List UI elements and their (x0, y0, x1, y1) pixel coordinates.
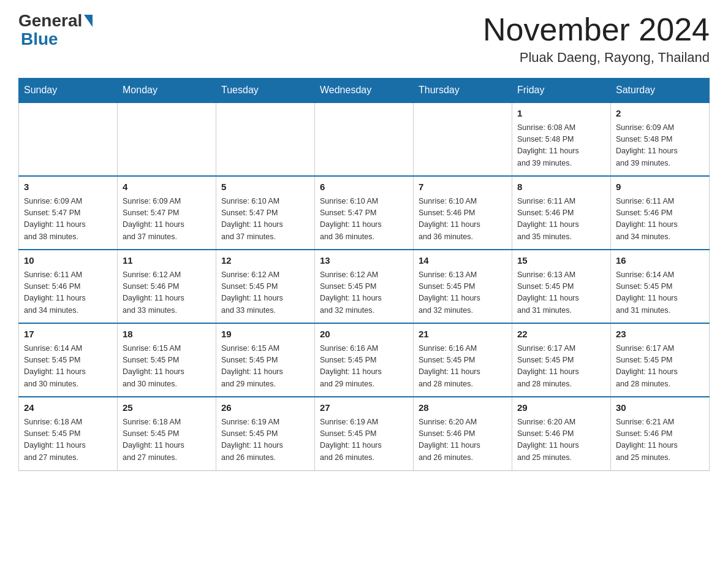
day-info: Sunrise: 6:18 AMSunset: 5:45 PMDaylight:… (123, 416, 211, 464)
day-info: Sunrise: 6:13 AMSunset: 5:45 PMDaylight:… (419, 269, 507, 317)
day-info: Sunrise: 6:15 AMSunset: 5:45 PMDaylight:… (221, 343, 309, 391)
calendar-cell (315, 102, 414, 176)
calendar-cell: 9Sunrise: 6:11 AMSunset: 5:46 PMDaylight… (611, 176, 710, 250)
day-number: 25 (123, 401, 211, 415)
day-info: Sunrise: 6:11 AMSunset: 5:46 PMDaylight:… (517, 196, 605, 243)
calendar-cell: 13Sunrise: 6:12 AMSunset: 5:45 PMDayligh… (315, 250, 414, 323)
calendar-cell: 12Sunrise: 6:12 AMSunset: 5:45 PMDayligh… (216, 250, 315, 323)
day-info: Sunrise: 6:18 AMSunset: 5:45 PMDaylight:… (24, 416, 112, 464)
calendar-cell: 21Sunrise: 6:16 AMSunset: 5:45 PMDayligh… (414, 323, 512, 397)
weekday-header-thursday: Thursday (414, 79, 512, 103)
calendar-cell: 18Sunrise: 6:15 AMSunset: 5:45 PMDayligh… (118, 323, 216, 397)
day-info: Sunrise: 6:12 AMSunset: 5:45 PMDaylight:… (320, 269, 408, 317)
calendar-cell: 20Sunrise: 6:16 AMSunset: 5:45 PMDayligh… (315, 323, 414, 397)
calendar-cell: 2Sunrise: 6:09 AMSunset: 5:48 PMDaylight… (611, 102, 710, 176)
calendar-cell: 4Sunrise: 6:09 AMSunset: 5:47 PMDaylight… (118, 176, 216, 250)
day-info: Sunrise: 6:20 AMSunset: 5:46 PMDaylight:… (419, 416, 507, 464)
day-info: Sunrise: 6:10 AMSunset: 5:46 PMDaylight:… (419, 196, 507, 243)
title-area: November 2024 Pluak Daeng, Rayong, Thail… (483, 12, 710, 66)
calendar-cell: 19Sunrise: 6:15 AMSunset: 5:45 PMDayligh… (216, 323, 315, 397)
day-number: 1 (517, 107, 605, 121)
day-number: 17 (24, 327, 112, 342)
day-info: Sunrise: 6:11 AMSunset: 5:46 PMDaylight:… (616, 196, 704, 243)
calendar-week-row: 24Sunrise: 6:18 AMSunset: 5:45 PMDayligh… (19, 397, 710, 470)
day-info: Sunrise: 6:20 AMSunset: 5:46 PMDaylight:… (517, 416, 605, 464)
calendar-week-row: 17Sunrise: 6:14 AMSunset: 5:45 PMDayligh… (19, 323, 710, 397)
calendar-cell: 17Sunrise: 6:14 AMSunset: 5:45 PMDayligh… (19, 323, 118, 397)
calendar-cell: 26Sunrise: 6:19 AMSunset: 5:45 PMDayligh… (216, 397, 315, 470)
calendar-cell: 16Sunrise: 6:14 AMSunset: 5:45 PMDayligh… (611, 250, 710, 323)
weekday-header-monday: Monday (118, 79, 216, 103)
weekday-header-tuesday: Tuesday (216, 79, 315, 103)
day-number: 24 (24, 401, 112, 415)
day-number: 10 (24, 254, 112, 268)
weekday-header-friday: Friday (512, 79, 611, 103)
calendar-cell: 3Sunrise: 6:09 AMSunset: 5:47 PMDaylight… (19, 176, 118, 250)
day-number: 5 (221, 180, 309, 194)
calendar-cell: 15Sunrise: 6:13 AMSunset: 5:45 PMDayligh… (512, 250, 611, 323)
calendar-cell: 25Sunrise: 6:18 AMSunset: 5:45 PMDayligh… (118, 397, 216, 470)
day-number: 30 (616, 401, 704, 415)
day-number: 13 (320, 254, 408, 268)
calendar-week-row: 10Sunrise: 6:11 AMSunset: 5:46 PMDayligh… (19, 250, 710, 323)
calendar-cell: 22Sunrise: 6:17 AMSunset: 5:45 PMDayligh… (512, 323, 611, 397)
calendar-week-row: 1Sunrise: 6:08 AMSunset: 5:48 PMDaylight… (19, 102, 710, 176)
day-number: 21 (419, 327, 507, 342)
calendar-cell (414, 102, 512, 176)
day-number: 6 (320, 180, 408, 194)
calendar-cell: 29Sunrise: 6:20 AMSunset: 5:46 PMDayligh… (512, 397, 611, 470)
calendar-cell: 30Sunrise: 6:21 AMSunset: 5:46 PMDayligh… (611, 397, 710, 470)
calendar-cell: 6Sunrise: 6:10 AMSunset: 5:47 PMDaylight… (315, 176, 414, 250)
day-info: Sunrise: 6:12 AMSunset: 5:45 PMDaylight:… (221, 269, 309, 317)
calendar-cell: 11Sunrise: 6:12 AMSunset: 5:46 PMDayligh… (118, 250, 216, 323)
calendar-week-row: 3Sunrise: 6:09 AMSunset: 5:47 PMDaylight… (19, 176, 710, 250)
day-number: 27 (320, 401, 408, 415)
weekday-header-wednesday: Wednesday (315, 79, 414, 103)
day-number: 28 (419, 401, 507, 415)
day-number: 16 (616, 254, 704, 268)
weekday-header-sunday: Sunday (19, 79, 118, 103)
day-info: Sunrise: 6:12 AMSunset: 5:46 PMDaylight:… (123, 269, 211, 317)
day-info: Sunrise: 6:09 AMSunset: 5:47 PMDaylight:… (123, 196, 211, 243)
day-number: 20 (320, 327, 408, 342)
day-number: 18 (123, 327, 211, 342)
calendar-cell: 27Sunrise: 6:19 AMSunset: 5:45 PMDayligh… (315, 397, 414, 470)
weekday-header-row: SundayMondayTuesdayWednesdayThursdayFrid… (19, 79, 710, 103)
day-number: 23 (616, 327, 704, 342)
day-number: 12 (221, 254, 309, 268)
day-info: Sunrise: 6:17 AMSunset: 5:45 PMDaylight:… (616, 343, 704, 391)
calendar-cell: 8Sunrise: 6:11 AMSunset: 5:46 PMDaylight… (512, 176, 611, 250)
calendar-cell: 5Sunrise: 6:10 AMSunset: 5:47 PMDaylight… (216, 176, 315, 250)
calendar-cell (118, 102, 216, 176)
calendar-cell: 14Sunrise: 6:13 AMSunset: 5:45 PMDayligh… (414, 250, 512, 323)
day-number: 19 (221, 327, 309, 342)
calendar-cell: 1Sunrise: 6:08 AMSunset: 5:48 PMDaylight… (512, 102, 611, 176)
day-info: Sunrise: 6:09 AMSunset: 5:48 PMDaylight:… (616, 122, 704, 170)
day-number: 3 (24, 180, 112, 194)
day-number: 8 (517, 180, 605, 194)
day-info: Sunrise: 6:13 AMSunset: 5:45 PMDaylight:… (517, 269, 605, 317)
day-number: 26 (221, 401, 309, 415)
day-number: 7 (419, 180, 507, 194)
day-number: 15 (517, 254, 605, 268)
day-info: Sunrise: 6:19 AMSunset: 5:45 PMDaylight:… (320, 416, 408, 464)
day-info: Sunrise: 6:14 AMSunset: 5:45 PMDaylight:… (616, 269, 704, 317)
day-info: Sunrise: 6:14 AMSunset: 5:45 PMDaylight:… (24, 343, 112, 391)
day-info: Sunrise: 6:15 AMSunset: 5:45 PMDaylight:… (123, 343, 211, 391)
month-title: November 2024 (483, 12, 710, 47)
calendar-cell: 28Sunrise: 6:20 AMSunset: 5:46 PMDayligh… (414, 397, 512, 470)
day-info: Sunrise: 6:08 AMSunset: 5:48 PMDaylight:… (517, 122, 605, 170)
day-number: 4 (123, 180, 211, 194)
day-number: 2 (616, 107, 704, 121)
calendar-table: SundayMondayTuesdayWednesdayThursdayFrid… (18, 78, 710, 471)
day-number: 29 (517, 401, 605, 415)
day-info: Sunrise: 6:16 AMSunset: 5:45 PMDaylight:… (419, 343, 507, 391)
day-number: 22 (517, 327, 605, 342)
calendar-cell: 24Sunrise: 6:18 AMSunset: 5:45 PMDayligh… (19, 397, 118, 470)
calendar-cell: 7Sunrise: 6:10 AMSunset: 5:46 PMDaylight… (414, 176, 512, 250)
day-number: 9 (616, 180, 704, 194)
calendar-cell: 23Sunrise: 6:17 AMSunset: 5:45 PMDayligh… (611, 323, 710, 397)
logo-general-text: General (18, 12, 82, 29)
day-info: Sunrise: 6:19 AMSunset: 5:45 PMDaylight:… (221, 416, 309, 464)
day-info: Sunrise: 6:09 AMSunset: 5:47 PMDaylight:… (24, 196, 112, 243)
